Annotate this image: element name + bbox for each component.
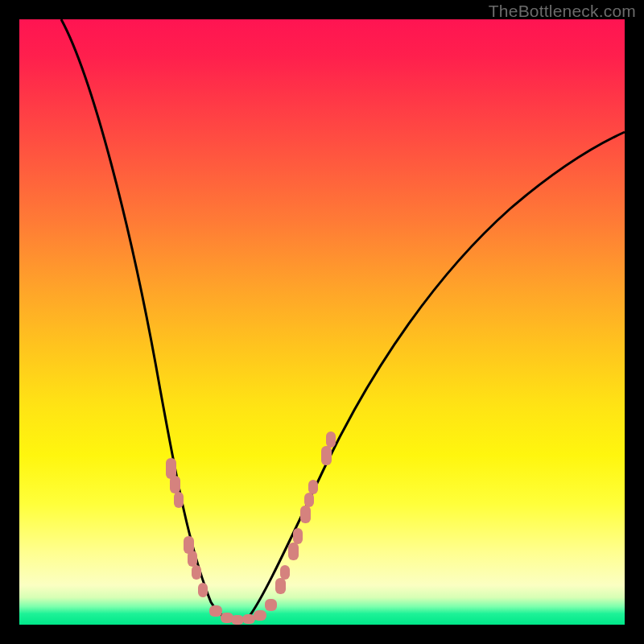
- marker: [242, 614, 255, 624]
- marker: [254, 610, 266, 621]
- marker: [288, 543, 299, 560]
- marker: [231, 615, 244, 625]
- marker: [321, 446, 332, 465]
- marker: [304, 493, 314, 507]
- marker: [300, 506, 311, 523]
- marker: [265, 599, 277, 611]
- outer-frame: TheBottleneck.com: [0, 0, 644, 644]
- marker: [170, 476, 180, 493]
- marker: [280, 565, 290, 580]
- marker-group: [166, 431, 336, 625]
- marker: [209, 605, 222, 617]
- marker: [275, 578, 286, 594]
- marker: [174, 492, 184, 508]
- curve-group: [61, 19, 625, 621]
- watermark-text: TheBottleneck.com: [489, 2, 636, 21]
- curve-left-branch: [61, 19, 233, 620]
- curve-right-branch: [247, 132, 625, 619]
- marker: [198, 583, 208, 597]
- marker: [293, 528, 303, 544]
- marker: [192, 565, 201, 580]
- marker: [188, 551, 197, 567]
- chart-svg: [19, 19, 625, 625]
- marker: [326, 431, 336, 448]
- marker: [308, 480, 318, 494]
